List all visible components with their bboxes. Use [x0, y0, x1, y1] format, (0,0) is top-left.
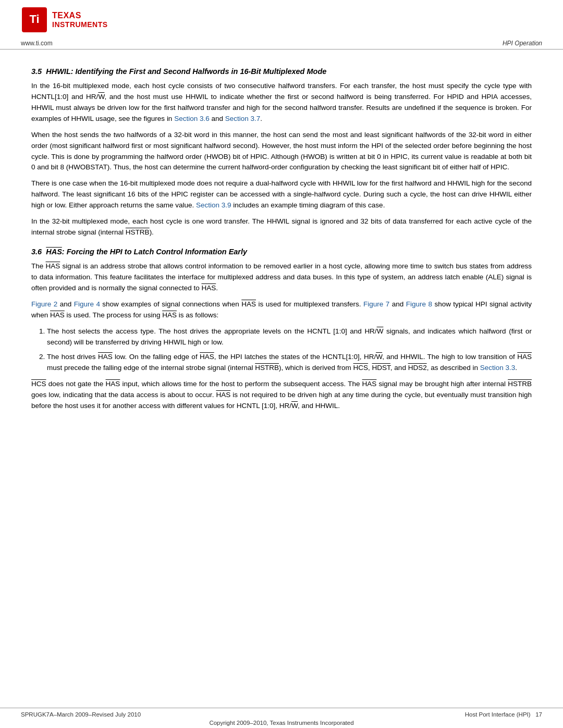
link-section-39[interactable]: Section 3.9	[196, 201, 231, 209]
section-36-para1: The HAS signal is an address strobe that…	[31, 261, 532, 294]
section-label: HPI Operation	[503, 40, 542, 47]
logo-text: Texas Instruments	[52, 10, 108, 29]
link-figure7[interactable]: Figure 7	[363, 300, 389, 308]
section-35-para2: When the host sends the two halfwords of…	[31, 130, 532, 174]
list-item-1: The host selects the access type. The ho…	[47, 326, 532, 348]
link-figure2[interactable]: Figure 2	[31, 300, 57, 308]
section-35-para3: There is one case when the 16-bit multip…	[31, 178, 532, 211]
section-35-heading: 3.5 HHWIL: Identifying the First and Sec…	[31, 67, 532, 76]
list-item-2: The host drives HAS low. On the falling …	[47, 352, 532, 374]
footer-copyright: Copyright 2009–2010, Texas Instruments I…	[21, 720, 542, 726]
logo: Ti Texas Instruments	[21, 6, 108, 33]
section-36-number: 3.6	[31, 248, 46, 256]
section-35-number: 3.5	[31, 67, 46, 76]
link-section-33[interactable]: Section 3.3	[480, 364, 516, 372]
link-figure4[interactable]: Figure 4	[74, 300, 100, 308]
sub-header: www.ti.com HPI Operation	[0, 38, 563, 50]
section-36-heading: 3.6 HAS: Forcing the HPI to Latch Contro…	[31, 248, 532, 256]
svg-text:Ti: Ti	[29, 13, 39, 26]
section-36-title: HAS: Forcing the HPI to Latch Control In…	[46, 248, 247, 256]
main-content: 3.5 HHWIL: Identifying the First and Sec…	[0, 53, 563, 427]
link-figure8[interactable]: Figure 8	[406, 300, 432, 308]
section-35-para4: In the 32-bit multiplexed mode, each hos…	[31, 216, 532, 238]
section-35-title: HHWIL: Identifying the First and Second …	[46, 67, 326, 76]
section-35-para1: In the 16-bit multiplexed mode, each hos…	[31, 81, 532, 125]
website-label: www.ti.com	[21, 40, 53, 47]
footer-left: SPRUGK7A–March 2009–Revised July 2010	[21, 711, 141, 718]
section-36-list: The host selects the access type. The ho…	[47, 326, 532, 374]
footer-top: SPRUGK7A–March 2009–Revised July 2010 Ho…	[21, 711, 542, 718]
footer-right-label: Host Port Interface (HPI) 17	[465, 711, 542, 718]
page-header: Ti Texas Instruments	[0, 0, 563, 38]
ti-logo-icon: Ti	[21, 6, 48, 33]
link-section-36[interactable]: Section 3.6	[174, 115, 210, 122]
section-36-para2: Figure 2 and Figure 4 show examples of s…	[31, 299, 532, 321]
page-footer: SPRUGK7A–March 2009–Revised July 2010 Ho…	[0, 708, 563, 728]
link-section-37[interactable]: Section 3.7	[225, 115, 261, 122]
section-36-para3: HCS does not gate the HAS input, which a…	[31, 379, 532, 412]
